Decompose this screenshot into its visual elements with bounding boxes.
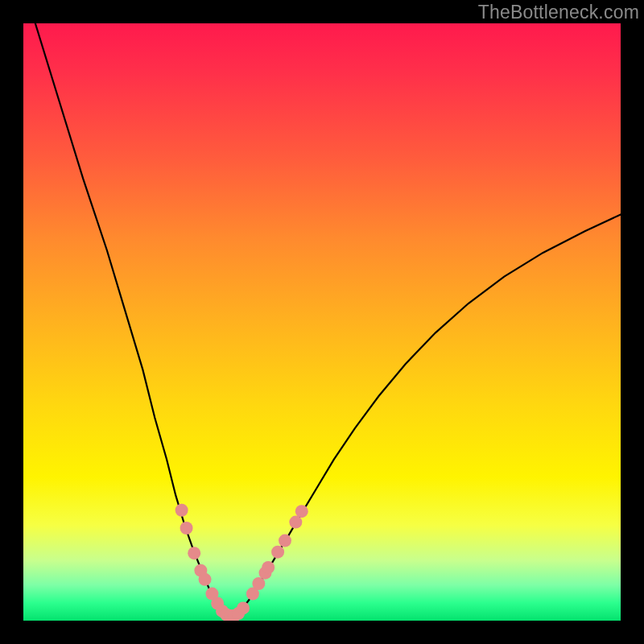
data-dot [188,547,200,559]
curve-layer [23,23,621,621]
data-dot [237,601,250,614]
plot-area [23,23,621,621]
chart-frame: TheBottleneck.com [0,0,644,644]
data-dot [295,505,308,518]
data-dot [252,577,265,590]
data-dot [199,573,212,586]
data-dot [279,535,291,547]
data-dot [180,522,193,535]
watermark-text: TheBottleneck.com [478,2,639,23]
left-curve [35,23,231,616]
data-dots [175,504,308,621]
data-dot [271,546,284,559]
data-dot [175,504,188,517]
data-dot [262,561,275,574]
right-curve [235,214,621,616]
